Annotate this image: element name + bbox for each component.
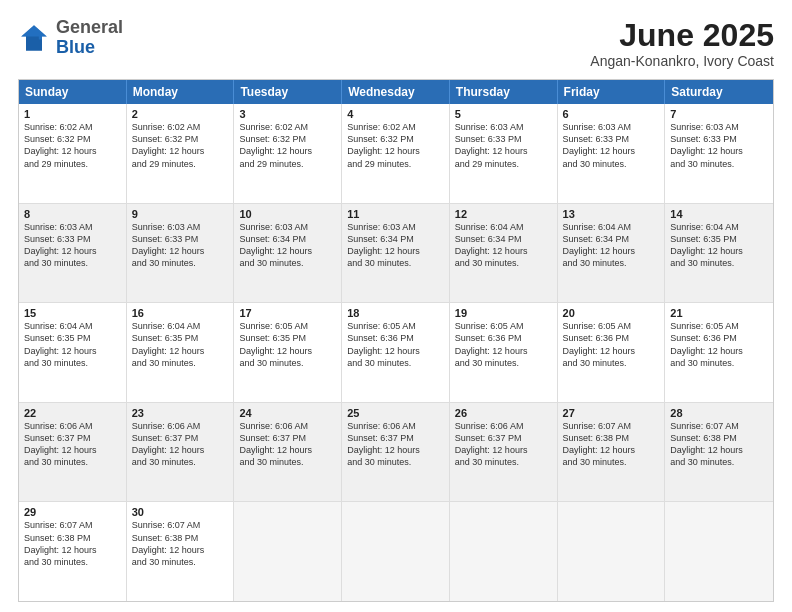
day-num: 19: [455, 307, 552, 319]
logo-icon: [18, 22, 50, 54]
cell-17: 17 Sunrise: 6:05 AM Sunset: 6:35 PM Dayl…: [234, 303, 342, 402]
cell-text: Sunrise: 6:05 AM Sunset: 6:36 PM Dayligh…: [563, 320, 660, 369]
day-num: 21: [670, 307, 768, 319]
day-num: 24: [239, 407, 336, 419]
cell-text: Sunrise: 6:07 AM Sunset: 6:38 PM Dayligh…: [563, 420, 660, 469]
cell-text: Sunrise: 6:03 AM Sunset: 6:33 PM Dayligh…: [24, 221, 121, 270]
day-num: 22: [24, 407, 121, 419]
cell-28: 28 Sunrise: 6:07 AM Sunset: 6:38 PM Dayl…: [665, 403, 773, 502]
day-num: 17: [239, 307, 336, 319]
cell-8: 8 Sunrise: 6:03 AM Sunset: 6:33 PM Dayli…: [19, 204, 127, 303]
header-thursday: Thursday: [450, 80, 558, 104]
cell-18: 18 Sunrise: 6:05 AM Sunset: 6:36 PM Dayl…: [342, 303, 450, 402]
day-num: 9: [132, 208, 229, 220]
cell-text: Sunrise: 6:03 AM Sunset: 6:33 PM Dayligh…: [563, 121, 660, 170]
cell-13: 13 Sunrise: 6:04 AM Sunset: 6:34 PM Dayl…: [558, 204, 666, 303]
cell-empty-2: [342, 502, 450, 601]
cell-20: 20 Sunrise: 6:05 AM Sunset: 6:36 PM Dayl…: [558, 303, 666, 402]
cell-empty-5: [665, 502, 773, 601]
cell-24: 24 Sunrise: 6:06 AM Sunset: 6:37 PM Dayl…: [234, 403, 342, 502]
cell-text: Sunrise: 6:02 AM Sunset: 6:32 PM Dayligh…: [347, 121, 444, 170]
cell-3: 3 Sunrise: 6:02 AM Sunset: 6:32 PM Dayli…: [234, 104, 342, 203]
week-row-3: 15 Sunrise: 6:04 AM Sunset: 6:35 PM Dayl…: [19, 302, 773, 402]
title-block: June 2025 Angan-Konankro, Ivory Coast: [590, 18, 774, 69]
day-num: 11: [347, 208, 444, 220]
header-wednesday: Wednesday: [342, 80, 450, 104]
daylight: Daylight: 12 hours: [24, 146, 97, 156]
header: General Blue June 2025 Angan-Konankro, I…: [18, 18, 774, 69]
cell-text: Sunrise: 6:07 AM Sunset: 6:38 PM Dayligh…: [670, 420, 768, 469]
cell-text: Sunrise: 6:02 AM Sunset: 6:32 PM Dayligh…: [24, 121, 121, 170]
day-num: 4: [347, 108, 444, 120]
cell-25: 25 Sunrise: 6:06 AM Sunset: 6:37 PM Dayl…: [342, 403, 450, 502]
header-tuesday: Tuesday: [234, 80, 342, 104]
logo-text: General Blue: [56, 18, 123, 58]
calendar-body: 1 Sunrise: 6:02 AM Sunset: 6:32 PM Dayli…: [19, 104, 773, 601]
calendar-title: June 2025: [590, 18, 774, 53]
header-saturday: Saturday: [665, 80, 773, 104]
sunset: Sunset: 6:32 PM: [24, 134, 91, 144]
week-row-1: 1 Sunrise: 6:02 AM Sunset: 6:32 PM Dayli…: [19, 104, 773, 203]
day-num: 26: [455, 407, 552, 419]
cell-text: Sunrise: 6:07 AM Sunset: 6:38 PM Dayligh…: [24, 519, 121, 568]
cell-21: 21 Sunrise: 6:05 AM Sunset: 6:36 PM Dayl…: [665, 303, 773, 402]
week-row-2: 8 Sunrise: 6:03 AM Sunset: 6:33 PM Dayli…: [19, 203, 773, 303]
cell-empty-1: [234, 502, 342, 601]
cell-text: Sunrise: 6:05 AM Sunset: 6:36 PM Dayligh…: [670, 320, 768, 369]
cell-12: 12 Sunrise: 6:04 AM Sunset: 6:34 PM Dayl…: [450, 204, 558, 303]
cell-10: 10 Sunrise: 6:03 AM Sunset: 6:34 PM Dayl…: [234, 204, 342, 303]
cell-5: 5 Sunrise: 6:03 AM Sunset: 6:33 PM Dayli…: [450, 104, 558, 203]
day-num: 2: [132, 108, 229, 120]
cell-2: 2 Sunrise: 6:02 AM Sunset: 6:32 PM Dayli…: [127, 104, 235, 203]
cell-text: Sunrise: 6:04 AM Sunset: 6:34 PM Dayligh…: [563, 221, 660, 270]
cell-text: Sunrise: 6:05 AM Sunset: 6:36 PM Dayligh…: [347, 320, 444, 369]
header-sunday: Sunday: [19, 80, 127, 104]
cell-text: Sunrise: 6:04 AM Sunset: 6:35 PM Dayligh…: [132, 320, 229, 369]
cell-7: 7 Sunrise: 6:03 AM Sunset: 6:33 PM Dayli…: [665, 104, 773, 203]
day-num: 18: [347, 307, 444, 319]
cell-9: 9 Sunrise: 6:03 AM Sunset: 6:33 PM Dayli…: [127, 204, 235, 303]
cell-text: Sunrise: 6:02 AM Sunset: 6:32 PM Dayligh…: [239, 121, 336, 170]
cell-16: 16 Sunrise: 6:04 AM Sunset: 6:35 PM Dayl…: [127, 303, 235, 402]
cell-text: Sunrise: 6:06 AM Sunset: 6:37 PM Dayligh…: [455, 420, 552, 469]
cell-6: 6 Sunrise: 6:03 AM Sunset: 6:33 PM Dayli…: [558, 104, 666, 203]
cell-text: Sunrise: 6:06 AM Sunset: 6:37 PM Dayligh…: [24, 420, 121, 469]
cell-text: Sunrise: 6:03 AM Sunset: 6:33 PM Dayligh…: [132, 221, 229, 270]
calendar-subtitle: Angan-Konankro, Ivory Coast: [590, 53, 774, 69]
calendar-header-row: Sunday Monday Tuesday Wednesday Thursday…: [19, 80, 773, 104]
cell-text: Sunrise: 6:05 AM Sunset: 6:35 PM Dayligh…: [239, 320, 336, 369]
sunrise: Sunrise: 6:02 AM: [24, 122, 93, 132]
cell-15: 15 Sunrise: 6:04 AM Sunset: 6:35 PM Dayl…: [19, 303, 127, 402]
cell-text: Sunrise: 6:06 AM Sunset: 6:37 PM Dayligh…: [347, 420, 444, 469]
day-num: 28: [670, 407, 768, 419]
cell-empty-3: [450, 502, 558, 601]
page: General Blue June 2025 Angan-Konankro, I…: [0, 0, 792, 612]
day-num: 7: [670, 108, 768, 120]
cell-text: Sunrise: 6:06 AM Sunset: 6:37 PM Dayligh…: [239, 420, 336, 469]
day-num: 30: [132, 506, 229, 518]
minutes: and 29 minutes.: [24, 159, 88, 169]
cell-text: Sunrise: 6:03 AM Sunset: 6:34 PM Dayligh…: [239, 221, 336, 270]
cell-19: 19 Sunrise: 6:05 AM Sunset: 6:36 PM Dayl…: [450, 303, 558, 402]
cell-27: 27 Sunrise: 6:07 AM Sunset: 6:38 PM Dayl…: [558, 403, 666, 502]
day-num: 27: [563, 407, 660, 419]
day-num: 13: [563, 208, 660, 220]
day-num: 3: [239, 108, 336, 120]
cell-1: 1 Sunrise: 6:02 AM Sunset: 6:32 PM Dayli…: [19, 104, 127, 203]
day-num: 1: [24, 108, 121, 120]
week-row-5: 29 Sunrise: 6:07 AM Sunset: 6:38 PM Dayl…: [19, 501, 773, 601]
cell-22: 22 Sunrise: 6:06 AM Sunset: 6:37 PM Dayl…: [19, 403, 127, 502]
cell-14: 14 Sunrise: 6:04 AM Sunset: 6:35 PM Dayl…: [665, 204, 773, 303]
header-friday: Friday: [558, 80, 666, 104]
cell-30: 30 Sunrise: 6:07 AM Sunset: 6:38 PM Dayl…: [127, 502, 235, 601]
logo-general: General: [56, 17, 123, 37]
cell-text: Sunrise: 6:04 AM Sunset: 6:35 PM Dayligh…: [24, 320, 121, 369]
cell-empty-4: [558, 502, 666, 601]
cell-text: Sunrise: 6:02 AM Sunset: 6:32 PM Dayligh…: [132, 121, 229, 170]
cell-text: Sunrise: 6:06 AM Sunset: 6:37 PM Dayligh…: [132, 420, 229, 469]
day-num: 12: [455, 208, 552, 220]
week-row-4: 22 Sunrise: 6:06 AM Sunset: 6:37 PM Dayl…: [19, 402, 773, 502]
cell-text: Sunrise: 6:03 AM Sunset: 6:33 PM Dayligh…: [670, 121, 768, 170]
cell-text: Sunrise: 6:04 AM Sunset: 6:34 PM Dayligh…: [455, 221, 552, 270]
logo: General Blue: [18, 18, 123, 58]
